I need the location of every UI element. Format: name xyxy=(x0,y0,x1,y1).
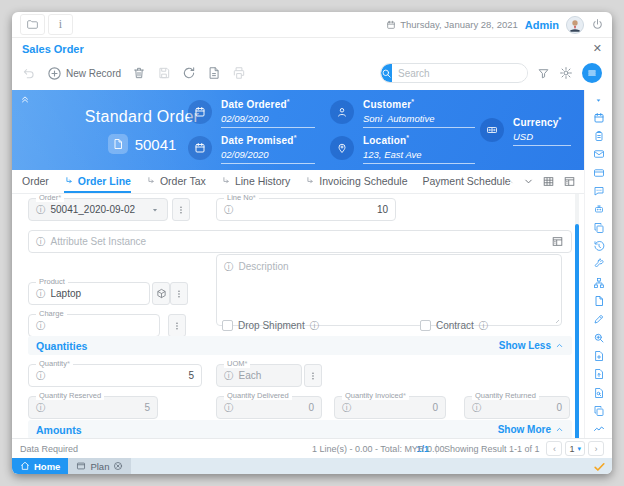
settings-button[interactable] xyxy=(559,66,573,80)
copy-document-icon[interactable] xyxy=(593,222,605,234)
print-button[interactable] xyxy=(232,66,246,80)
product-lookup-button[interactable] xyxy=(152,282,170,305)
report-button[interactable] xyxy=(207,66,221,80)
zoom-in-icon[interactable] xyxy=(593,332,605,344)
file-copy-icon[interactable] xyxy=(593,405,605,417)
tab-invoicing-schedule[interactable]: Invoicing Schedule xyxy=(305,170,407,193)
caret-down-icon[interactable] xyxy=(594,96,603,105)
detail-view-button[interactable] xyxy=(563,175,576,188)
confirm-button[interactable] xyxy=(593,458,612,474)
grid-view-button[interactable] xyxy=(542,175,555,188)
filter-button[interactable] xyxy=(537,67,550,80)
calendar-icon[interactable] xyxy=(593,112,605,124)
close-circle-icon[interactable] xyxy=(113,461,123,471)
delete-button[interactable] xyxy=(132,66,146,80)
toolbar: New Record xyxy=(12,58,612,88)
field-value: 02/09/2020 xyxy=(221,113,315,124)
tab-payment-schedule[interactable]: Payment Schedule xyxy=(422,170,510,193)
file-export-icon[interactable] xyxy=(593,368,605,380)
order-value: 50041_2020-09-02 xyxy=(51,204,136,215)
search-icon xyxy=(381,68,392,79)
chevron-up-icon xyxy=(555,425,564,434)
uom-field[interactable]: UOM* ⓘEach xyxy=(216,364,302,387)
file-import-icon[interactable] xyxy=(593,350,605,362)
quantities-toggle[interactable]: Show Less xyxy=(499,340,564,351)
line-no-field[interactable]: Line No* ⓘ10 xyxy=(216,198,396,221)
undo-button[interactable] xyxy=(22,66,36,80)
order-more-button[interactable] xyxy=(172,198,190,221)
header-field-location: Location* 123, East Ave xyxy=(330,134,475,164)
next-page-button[interactable]: › xyxy=(588,441,604,456)
currency-icon xyxy=(480,118,504,142)
taskbar-tab-home[interactable]: Home xyxy=(12,458,68,474)
document-icon xyxy=(108,134,128,154)
header-field-date-ordered: Date Ordered* 02/09/2020 xyxy=(188,98,315,128)
history-icon[interactable] xyxy=(593,240,605,252)
file-search-icon[interactable] xyxy=(593,387,605,399)
dropdown-caret-icon[interactable] xyxy=(150,205,160,215)
drop-shipment-checkbox[interactable] xyxy=(222,320,233,331)
pagination: ‹ 1▾ › xyxy=(546,441,604,456)
activity-icon[interactable] xyxy=(593,423,605,435)
search-input[interactable] xyxy=(392,68,528,79)
uom-more-button[interactable] xyxy=(304,364,322,387)
tab-order[interactable]: Order xyxy=(22,170,49,193)
taskbar-tab-plan[interactable]: Plan xyxy=(68,458,131,474)
prev-page-button[interactable]: ‹ xyxy=(546,441,562,456)
attribute-set-button[interactable] xyxy=(551,235,564,248)
logout-button[interactable] xyxy=(591,18,604,31)
user-name[interactable]: Admin xyxy=(525,19,559,31)
app-window: i Thursday, January 28, 2021 Admin Sales… xyxy=(12,12,612,474)
document-header: Standard Order 50041 Date Ordered* 02/09… xyxy=(12,90,584,170)
description-textarea[interactable]: ⓘDescription xyxy=(216,254,562,326)
info-icon: ⓘ xyxy=(224,371,234,381)
contract-checkbox-row: Contract ⓘ xyxy=(420,320,488,331)
wrench-icon[interactable] xyxy=(593,258,605,270)
folder-tab[interactable] xyxy=(20,14,45,35)
attribute-set-field[interactable]: ⓘAttribute Set Instance xyxy=(28,230,572,253)
menu-button[interactable] xyxy=(582,63,602,83)
info-icon: ⓘ xyxy=(310,321,320,331)
field-value: USD xyxy=(513,131,571,142)
document-icon[interactable] xyxy=(593,295,605,307)
collapse-header-button[interactable] xyxy=(20,94,30,104)
avatar[interactable] xyxy=(566,16,584,34)
close-button[interactable]: ✕ xyxy=(593,42,602,55)
previous-record-button[interactable] xyxy=(504,176,515,187)
refresh-button[interactable] xyxy=(182,66,196,80)
card-icon[interactable] xyxy=(593,167,605,179)
contract-checkbox[interactable] xyxy=(420,320,431,331)
next-record-button[interactable] xyxy=(523,176,534,187)
chat-icon[interactable] xyxy=(593,185,605,197)
assistant-icon[interactable] xyxy=(593,203,605,215)
quantity-field[interactable]: Quantity* ⓘ5 xyxy=(28,364,202,387)
workflow-icon[interactable] xyxy=(593,277,605,289)
info-icon: ⓘ xyxy=(36,321,46,331)
charge-more-button[interactable] xyxy=(168,314,186,337)
tab-order-tax[interactable]: Order Tax xyxy=(146,170,206,193)
quantity-returned-value: 0 xyxy=(556,402,562,413)
clipboard-icon[interactable] xyxy=(593,130,605,142)
save-button[interactable] xyxy=(157,66,171,80)
tab-order-line[interactable]: Order Line xyxy=(64,170,131,193)
order-field[interactable]: Order* ⓘ50041_2020-09-02 xyxy=(28,198,168,221)
search-button[interactable] xyxy=(381,63,392,83)
document-number: 50041 xyxy=(135,136,177,153)
product-more-button[interactable] xyxy=(170,282,188,305)
pen-icon[interactable] xyxy=(593,313,605,325)
new-record-button[interactable]: New Record xyxy=(47,66,121,81)
check-icon xyxy=(593,460,606,473)
amounts-toggle[interactable]: Show More xyxy=(498,424,564,435)
mail-icon[interactable] xyxy=(593,148,605,160)
charge-field[interactable]: Charge ⓘ xyxy=(28,314,160,337)
scrollbar-thumb[interactable] xyxy=(575,224,579,442)
info-tab[interactable]: i xyxy=(48,14,73,35)
calendar-icon xyxy=(188,100,212,124)
page-select[interactable]: 1▾ xyxy=(565,441,585,456)
tab-line-history[interactable]: Line History xyxy=(221,170,290,193)
trash-icon xyxy=(132,66,146,80)
box-icon xyxy=(156,288,167,299)
product-field[interactable]: Product ⓘLaptop xyxy=(28,282,150,305)
window-icon xyxy=(76,461,86,471)
resize-handle[interactable] xyxy=(552,316,559,323)
